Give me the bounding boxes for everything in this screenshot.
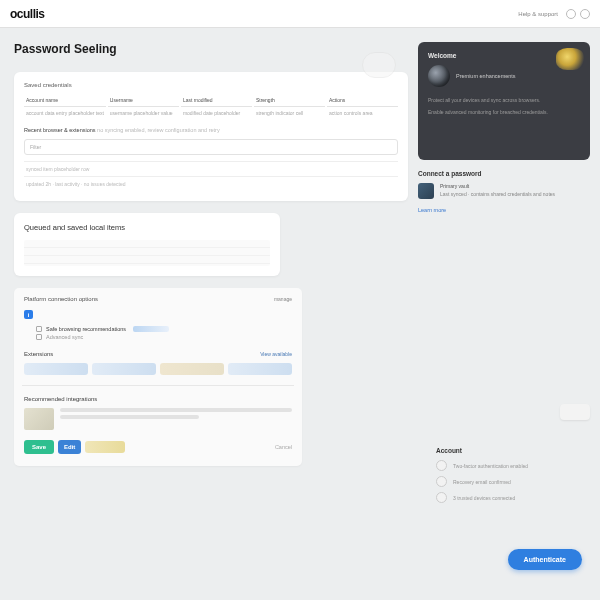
shield-icon bbox=[436, 460, 447, 471]
promo-subtitle: Premium enhancements bbox=[456, 73, 516, 79]
col-cell: account data entry placeholder text bbox=[24, 107, 106, 119]
info-icon[interactable]: i bbox=[24, 310, 33, 319]
extension-slot[interactable] bbox=[92, 363, 156, 375]
topbar-icons bbox=[566, 9, 590, 19]
page-title: Password Seeling bbox=[14, 42, 408, 56]
checkbox-icon[interactable] bbox=[36, 326, 42, 332]
account-item[interactable]: Recovery email confirmed bbox=[436, 476, 586, 487]
recommended-item[interactable] bbox=[24, 408, 292, 430]
list-item[interactable]: synced item placeholder row bbox=[24, 161, 398, 176]
promo-desc: Protect all your devices and sync across… bbox=[428, 97, 580, 105]
checkbox-icon[interactable] bbox=[36, 334, 42, 340]
connect-section: Connect a password Primary vault Last sy… bbox=[418, 170, 590, 213]
col-cell: username placeholder value bbox=[108, 107, 179, 119]
mail-icon bbox=[436, 476, 447, 487]
col-cell: modified date placeholder bbox=[181, 107, 252, 119]
topbar-right: Help & support bbox=[518, 9, 590, 19]
table-col: Account name account data entry placehol… bbox=[24, 94, 106, 119]
queued-card: Queued and saved local items bbox=[14, 213, 280, 276]
account-section: Account Two-factor authentication enable… bbox=[436, 447, 586, 508]
account-item-text: 3 trusted devices connected bbox=[453, 495, 515, 501]
promo-desc: Enable advanced monitoring for breached … bbox=[428, 109, 580, 117]
extensions-link[interactable]: View available bbox=[260, 351, 292, 357]
promo-decoration-icon bbox=[556, 48, 584, 70]
connect-title: Connect a password bbox=[418, 170, 590, 177]
authenticate-button[interactable]: Authenticate bbox=[508, 549, 582, 570]
account-item[interactable]: Two-factor authentication enabled bbox=[436, 460, 586, 471]
save-button[interactable]: Save bbox=[24, 440, 54, 454]
recommended-thumb-icon bbox=[24, 408, 54, 430]
hint-faded: no syncing enabled, review configuration… bbox=[97, 127, 220, 133]
option-label: Safe browsing recommendations bbox=[46, 326, 126, 332]
account-title: Account bbox=[436, 447, 586, 454]
devices-icon bbox=[436, 492, 447, 503]
filter-input[interactable]: Filter bbox=[24, 139, 398, 155]
button-row: Save Edit Cancel bbox=[24, 440, 292, 454]
extensions-title: Extensions bbox=[24, 351, 53, 357]
hint-strong: Recent browser & extensions bbox=[24, 127, 96, 133]
table-col: Last modified modified date placeholder bbox=[181, 94, 252, 119]
brand-logo: ocullis bbox=[10, 7, 45, 21]
options-manage-link[interactable]: manage bbox=[274, 296, 292, 302]
list-item[interactable]: updated 2h · last activity · no issues d… bbox=[24, 176, 398, 191]
extensions-row bbox=[24, 363, 292, 375]
vault-name: Primary vault bbox=[440, 183, 590, 191]
col-head[interactable]: Account name bbox=[24, 94, 106, 107]
recommended-text bbox=[60, 408, 292, 422]
page-header: Password Seeling bbox=[14, 42, 408, 60]
help-link[interactable]: Help & support bbox=[518, 11, 558, 17]
col-head[interactable]: Username bbox=[108, 94, 179, 107]
option-row[interactable]: Advanced sync bbox=[24, 333, 292, 341]
col-head[interactable]: Last modified bbox=[181, 94, 252, 107]
option-row[interactable]: Safe browsing recommendations bbox=[24, 325, 292, 333]
learn-more-link[interactable]: Learn more bbox=[418, 207, 590, 213]
pending-button[interactable] bbox=[85, 441, 125, 453]
profile-icon[interactable] bbox=[580, 9, 590, 19]
settings-icon[interactable] bbox=[566, 9, 576, 19]
queued-title: Queued and saved local items bbox=[24, 223, 270, 232]
extension-slot[interactable] bbox=[160, 363, 224, 375]
cancel-button[interactable]: Cancel bbox=[275, 444, 292, 450]
vault-desc: Last synced · contains shared credential… bbox=[440, 191, 555, 197]
extension-slot[interactable] bbox=[24, 363, 88, 375]
col-head[interactable]: Actions bbox=[327, 94, 398, 107]
option-label: Advanced sync bbox=[46, 334, 83, 340]
credentials-table: Account name account data entry placehol… bbox=[24, 94, 398, 119]
vault-row[interactable]: Primary vault Last synced · contains sha… bbox=[418, 183, 590, 199]
status-badge bbox=[133, 326, 169, 332]
orb-icon bbox=[428, 65, 450, 87]
table-col: Username username placeholder value bbox=[108, 94, 179, 119]
queued-body bbox=[24, 240, 270, 266]
table-col: Strength strength indicator cell bbox=[254, 94, 325, 119]
options-title: Platform connection options bbox=[24, 296, 98, 302]
account-item-text: Recovery email confirmed bbox=[453, 479, 511, 485]
edit-button[interactable]: Edit bbox=[58, 440, 81, 454]
col-head[interactable]: Strength bbox=[254, 94, 325, 107]
divider bbox=[22, 385, 294, 386]
credentials-card: Saved credentials Account name account d… bbox=[14, 72, 408, 201]
helper-badge-icon bbox=[362, 52, 396, 78]
col-cell: action controls area bbox=[327, 107, 398, 119]
account-item-text: Two-factor authentication enabled bbox=[453, 463, 528, 469]
table-col: Actions action controls area bbox=[327, 94, 398, 119]
hint-line: Recent browser & extensions no syncing e… bbox=[24, 127, 398, 133]
floating-chip[interactable] bbox=[560, 404, 590, 420]
promo-card: Welcome Premium enhancements Protect all… bbox=[418, 42, 590, 160]
extension-slot[interactable] bbox=[228, 363, 292, 375]
options-panel: Platform connection options manage i Saf… bbox=[14, 288, 302, 466]
account-item[interactable]: 3 trusted devices connected bbox=[436, 492, 586, 503]
recommended-title: Recommended integrations bbox=[24, 396, 292, 402]
vault-icon bbox=[418, 183, 434, 199]
col-cell: strength indicator cell bbox=[254, 107, 325, 119]
credentials-label: Saved credentials bbox=[24, 82, 398, 88]
topbar: ocullis Help & support bbox=[0, 0, 600, 28]
